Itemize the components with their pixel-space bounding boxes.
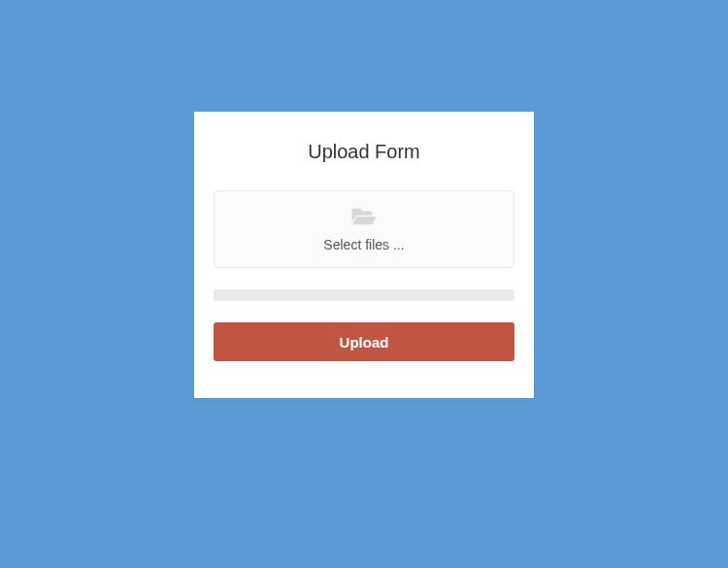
file-dropzone[interactable]: Select files ... — [214, 190, 514, 268]
upload-button-label: Upload — [340, 334, 389, 351]
form-title: Upload Form — [214, 141, 514, 163]
dropzone-label: Select files ... — [323, 237, 404, 252]
upload-button[interactable]: Upload — [214, 322, 514, 361]
upload-form-card: Upload Form Select files ... Upload — [194, 112, 534, 398]
folder-open-icon — [351, 206, 377, 227]
progress-bar — [214, 289, 514, 301]
